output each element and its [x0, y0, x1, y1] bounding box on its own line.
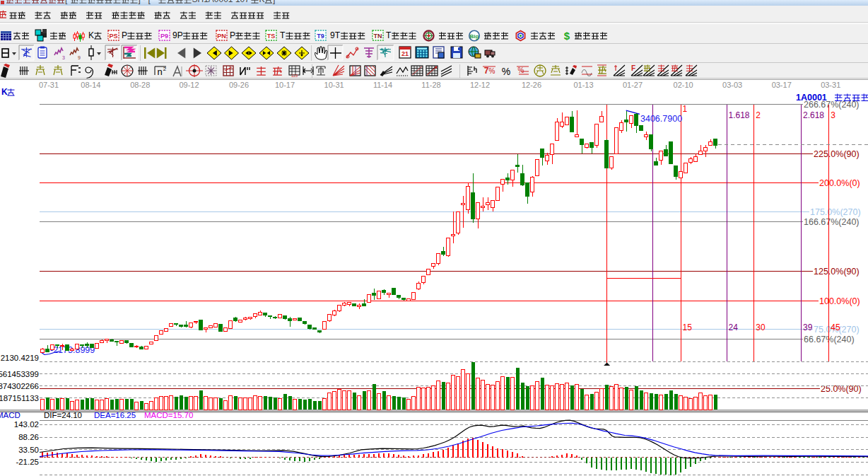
svg-text:DEA=16.25: DEA=16.25 [94, 411, 136, 419]
svg-text:2130.4219: 2130.4219 [1, 354, 39, 362]
svg-text:SH1A0001 107: SH1A0001 107 [192, 0, 250, 4]
svg-text:P: P [122, 30, 127, 40]
svg-text:$: $ [564, 30, 570, 42]
svg-text:125.0%(90): 125.0%(90) [814, 267, 860, 277]
svg-text:03-17: 03-17 [772, 81, 792, 89]
svg-text:PN: PN [217, 33, 226, 40]
svg-text:T: T [280, 30, 286, 40]
svg-text:45: 45 [831, 323, 840, 332]
svg-text:15: 15 [683, 323, 693, 332]
svg-text:12-26: 12-26 [522, 81, 541, 89]
svg-text:%: % [502, 66, 510, 77]
svg-text:n: n [157, 66, 162, 77]
svg-text:T9: T9 [317, 33, 324, 40]
svg-text:] - [: ] - [ [138, 0, 151, 4]
svg-text:10-17: 10-17 [275, 81, 295, 89]
svg-text:-21.25: -21.25 [16, 458, 39, 466]
svg-text:100.0%(0): 100.0%(0) [819, 296, 860, 306]
svg-text:561453399: 561453399 [0, 370, 39, 378]
svg-text:10-31: 10-31 [324, 81, 344, 89]
svg-text:%: % [518, 66, 524, 74]
svg-text:TN: TN [374, 33, 382, 40]
svg-text:2: 2 [756, 110, 761, 120]
svg-text:08-14: 08-14 [81, 81, 100, 89]
svg-text:P: P [230, 30, 235, 40]
svg-text:11-28: 11-28 [421, 81, 440, 89]
svg-text:MACD: MACD [0, 411, 20, 419]
svg-text:374302266: 374302266 [0, 382, 39, 390]
svg-text:03-03: 03-03 [722, 81, 742, 89]
svg-text:01-13: 01-13 [573, 81, 593, 89]
svg-text:3: 3 [831, 110, 835, 120]
svg-text:09-26: 09-26 [229, 81, 249, 89]
svg-text:DIF=24.10: DIF=24.10 [44, 411, 82, 419]
svg-text:1: 1 [683, 104, 688, 114]
svg-text:123: 123 [291, 74, 298, 78]
svg-text:30: 30 [756, 323, 766, 332]
svg-text:21: 21 [401, 50, 409, 57]
svg-text:F: F [631, 64, 635, 72]
svg-text:39: 39 [803, 323, 813, 332]
svg-text:200.0%(0): 200.0%(0) [819, 178, 860, 188]
svg-text:175.0%(270): 175.0%(270) [810, 207, 861, 217]
svg-text:9: 9 [78, 55, 81, 60]
svg-text:T: T [386, 30, 392, 40]
svg-text:]: ] [273, 0, 275, 4]
svg-text:Big: Big [470, 33, 479, 40]
svg-text:12-12: 12-12 [470, 81, 490, 89]
svg-text:11-14: 11-14 [373, 81, 392, 89]
svg-text:01-27: 01-27 [623, 81, 643, 89]
svg-text:25.0%(90): 25.0%(90) [821, 384, 862, 394]
svg-text:08-28: 08-28 [130, 81, 150, 89]
svg-text:02-10: 02-10 [674, 81, 693, 89]
svg-text:09-12: 09-12 [179, 81, 199, 89]
svg-text:9T: 9T [330, 30, 341, 40]
svg-text:24: 24 [729, 323, 739, 332]
svg-text:166.67%(240): 166.67%(240) [804, 217, 860, 227]
svg-text:07-31: 07-31 [39, 81, 59, 89]
svg-text:143.02: 143.02 [14, 420, 39, 429]
svg-text:K: K [88, 30, 94, 40]
svg-text:03-31: 03-31 [821, 81, 840, 89]
svg-text:187151133: 187151133 [0, 394, 39, 402]
svg-text:3406.7900: 3406.7900 [640, 114, 682, 124]
svg-text:2.618: 2.618 [803, 110, 824, 120]
svg-text:1.618: 1.618 [729, 110, 750, 120]
svg-text:K: K [1, 87, 8, 97]
svg-text:MACD=15.70: MACD=15.70 [144, 411, 193, 419]
svg-text:266.67%(240): 266.67%(240) [804, 100, 860, 110]
svg-text:3: 3 [62, 55, 65, 60]
svg-text:PS: PS [109, 33, 117, 40]
svg-text:33.50: 33.50 [18, 446, 39, 454]
svg-text:K: K [259, 0, 264, 4]
svg-text:88.26: 88.26 [18, 433, 39, 441]
svg-text:9P: 9P [172, 30, 183, 40]
svg-text:TS: TS [267, 33, 276, 40]
svg-text:225.0%(90): 225.0%(90) [814, 149, 860, 159]
svg-text:%: % [489, 67, 495, 75]
svg-text:P9: P9 [160, 33, 168, 40]
